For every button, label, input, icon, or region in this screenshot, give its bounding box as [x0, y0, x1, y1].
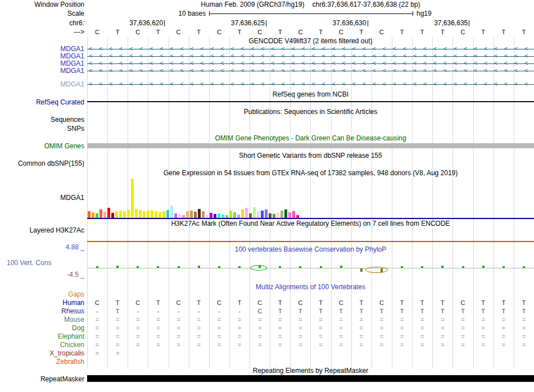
gtex-gene-label[interactable]: MDGA1 [0, 194, 84, 202]
alignment-cell: C [250, 299, 270, 307]
dbsnp-track-label[interactable]: Common dbSNP(155) [0, 160, 84, 167]
ruler-base: T [432, 29, 452, 36]
conservation-ellipse [365, 267, 388, 273]
multiz-species-label[interactable]: Elephant [0, 333, 84, 340]
multiz-species-label[interactable]: Human [0, 299, 84, 307]
alignment-cell: = [452, 333, 473, 340]
multiz-species-label[interactable]: Zebrafish [0, 358, 84, 366]
multiz-species-label[interactable]: X_tropicalis [0, 350, 84, 357]
gencode-transcript[interactable]: <<<<<<<<<<<<<<<<<<<<<<<<<<<<<<<<<<<<<<<<… [87, 53, 534, 60]
alignment-cell: = [128, 325, 148, 332]
gtex-tissue-bar [111, 213, 114, 218]
alignment-cell: T [270, 308, 290, 315]
alignment-cell: = [412, 325, 432, 332]
gtex-tissue-bar [288, 212, 291, 218]
gtex-tissue-bar [202, 211, 205, 218]
alignment-cell: = [473, 325, 494, 332]
chromosome-label: chr6: [0, 20, 84, 27]
alignment-cell: = [87, 350, 107, 357]
alignment-cell: = [169, 341, 189, 349]
alignment-cell: - [229, 308, 250, 315]
left-arrowheads-icon: <<<<<<<<<<<<<<<<<<<<<<<<<<<<<<<<<<<<<<<<… [89, 45, 534, 53]
alignment-cell: = [189, 341, 209, 349]
gtex-tissue-bar [107, 208, 110, 218]
alignment-cell: = [270, 325, 290, 332]
alignment-cell: = [514, 333, 534, 340]
multiz-species-label[interactable]: Chicken [0, 341, 84, 349]
gencode-transcript[interactable]: <<<<<<<<<<<<<<<<<<<<<<<<<<<<<<<<<<<<<<<<… [87, 81, 534, 88]
gtex-tissue-bar [99, 209, 102, 218]
ruler-base: C [250, 29, 270, 36]
gtex-tissue-bar [280, 211, 283, 218]
alignment-cell: = [209, 316, 229, 323]
alignment-cell: = [412, 316, 432, 323]
conservation-plot[interactable] [87, 258, 534, 279]
gencode-item-label[interactable]: MDGA1 [0, 67, 84, 75]
gtex-tissue-bar [139, 210, 142, 218]
conservation-mark [462, 266, 464, 268]
gtex-tissue-bar [166, 210, 169, 218]
alignment-cell: = [270, 341, 290, 349]
multiz-row: CTCTCTCTCTCTCTCTTTCTTT [87, 299, 534, 307]
gtex-expression-chart[interactable] [87, 177, 534, 218]
conservation-mark [238, 266, 241, 268]
alignment-cell: = [372, 316, 392, 323]
alignment-cell: = [250, 325, 270, 332]
gencode-transcript[interactable]: <<<<<<<<<<<<<<<<<<<<<<<<<<<<<<<<<<<<<<<<… [87, 60, 534, 67]
omim-genes-label[interactable]: OMIM Genes [0, 143, 84, 150]
gencode-transcript[interactable]: <<<<<<<<<<<<<<<<<<<<<<<<<<<<<<<<<<<<<<<<… [87, 45, 534, 53]
ruler-base: T [229, 29, 250, 36]
conservation-mark [299, 266, 301, 268]
alignment-cell: = [189, 333, 209, 340]
header-position-title: Human Feb. 2009 (GRCh37/hg19)chr6:37,636… [87, 1, 534, 8]
multiz-species-label[interactable]: Gaps [0, 291, 84, 298]
gencode-item-label[interactable]: MDGA1 [0, 81, 84, 88]
gtex-tissue-bar [127, 210, 130, 218]
alignment-cell: - [148, 308, 168, 315]
gtex-tissue-bar [88, 211, 90, 218]
alignment-cell: = [392, 316, 412, 323]
alignment-cell: = [87, 325, 107, 332]
strand-arrow-label[interactable]: ---> [0, 29, 84, 36]
alignment-cell: = [169, 333, 189, 340]
genome-browser-image: Window Position Human Feb. 2009 (GRCh37/… [0, 0, 534, 392]
sequences-label[interactable]: Sequences [0, 116, 84, 124]
gtex-tissue-bar [198, 209, 201, 218]
multiz-species-label[interactable]: Dog [0, 325, 84, 332]
ruler-base: T [311, 29, 331, 36]
alignment-cell: = [331, 341, 351, 349]
ruler-tick-label: 37,636,630 [323, 20, 366, 27]
gtex-tissue-bar [257, 211, 260, 218]
ruler-base: C [128, 29, 148, 36]
repeatmasker-element-bar[interactable] [87, 375, 534, 382]
multiz-row: ====================== [87, 316, 534, 323]
phylop-track-label[interactable]: 100 Vert. Cons [7, 259, 51, 267]
alignment-cell: = [87, 316, 107, 323]
alignment-cell: T [331, 308, 351, 315]
repeatmasker-track-label[interactable]: RepeatMasker [0, 376, 84, 383]
alignment-cell: = [169, 325, 189, 332]
gtex-tissue-bar [170, 206, 173, 218]
omim-gene-bar[interactable] [87, 143, 534, 148]
multiz-row: ====================== [87, 333, 534, 340]
alignment-cell: = [331, 325, 351, 332]
snps-label[interactable]: SNPs [0, 125, 84, 133]
left-arrowheads-icon: <<<<<<<<<<<<<<<<<<<<<<<<<<<<<<<<<<<<<<<<… [89, 53, 534, 60]
multiz-species-label[interactable]: Mouse [0, 316, 84, 323]
alignment-cell: = [452, 316, 473, 323]
h3k27ac-track-label[interactable]: Layered H3K27Ac [0, 227, 84, 234]
alignment-cell: = [351, 316, 372, 323]
refseq-curated-item[interactable] [87, 101, 534, 102]
conservation-mark [279, 266, 281, 268]
alignment-cell: = [494, 325, 514, 332]
gencode-transcript[interactable]: <<<<<<<<<<<<<<<<<<<<<<<<<<<<<<<<<<<<<<<<… [87, 67, 534, 75]
multiz-species-label[interactable]: Rhesus [0, 308, 84, 315]
alignment-cell: T [432, 308, 452, 315]
alignment-cell: T [107, 308, 128, 315]
h3k27ac-signal-line[interactable] [87, 241, 534, 242]
alignment-cell: C [331, 299, 351, 307]
alignment-cell: = [331, 316, 351, 323]
alignment-cell: T [412, 308, 432, 315]
refseq-curated-label[interactable]: RefSeq Curated [0, 99, 84, 106]
alignment-cell: = [392, 325, 412, 332]
